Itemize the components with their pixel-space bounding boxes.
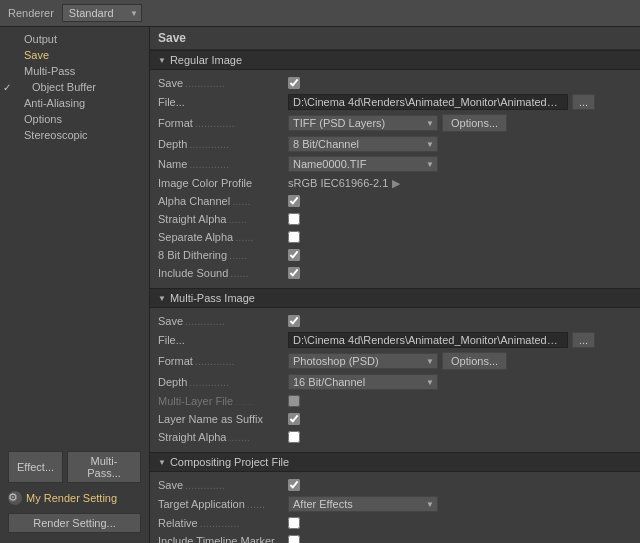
regular-image-content: Save ............. File... D:\Cinema 4	[150, 70, 640, 286]
reg-straightalpha-row: Straight Alpha ......	[150, 210, 640, 228]
comp-timeline-checkbox[interactable]	[288, 535, 300, 543]
effect-button[interactable]: Effect...	[8, 451, 63, 483]
comp-save-checkbox[interactable]	[288, 479, 300, 491]
compositing-content: Save ............. Target Application ..…	[150, 472, 640, 543]
mp-save-row: Save .............	[150, 312, 640, 330]
reg-dithering-row: 8 Bit Dithering ......	[150, 246, 640, 264]
reg-depth-label: Depth .............	[158, 138, 288, 150]
settings-link[interactable]: My Render Setting	[26, 492, 117, 504]
reg-straightalpha-label: Straight Alpha ......	[158, 213, 288, 225]
sidebar-item-options[interactable]: Options	[0, 111, 149, 127]
sidebar-item-save[interactable]: Save	[0, 47, 149, 63]
sidebar-item-multipass[interactable]: Multi-Pass	[0, 63, 149, 79]
render-setting-row: Render Setting...	[0, 509, 149, 539]
reg-file-path: D:\Cinema 4d\Renders\Animated_Monitor\An…	[288, 94, 568, 110]
multipass-image-section: Multi-Pass Image Save .............	[150, 288, 640, 450]
comp-targetapp-select-wrap[interactable]: After Effects	[288, 496, 438, 512]
settings-row: ⚙ My Render Setting	[8, 489, 141, 507]
comp-relative-label: Relative .............	[158, 517, 288, 529]
sidebar-item-save-label: Save	[24, 49, 49, 61]
reg-alpha-checkbox[interactable]	[288, 195, 300, 207]
reg-alpha-label: Alpha Channel ......	[158, 195, 288, 207]
mp-layernamesuffix-label: Layer Name as Suffix	[158, 413, 288, 425]
sidebar-item-objectbuffer-label: Object Buffer	[32, 81, 96, 93]
reg-save-label: Save .............	[158, 77, 288, 89]
sidebar-item-options-label: Options	[24, 113, 62, 125]
comp-save-label: Save .............	[158, 479, 288, 491]
mp-format-options-button[interactable]: Options...	[442, 352, 507, 370]
mp-straightalpha-checkbox[interactable]	[288, 431, 300, 443]
reg-format-label: Format .............	[158, 117, 288, 129]
comp-targetapp-select[interactable]: After Effects	[288, 496, 438, 512]
comp-targetapp-label: Target Application ......	[158, 498, 288, 510]
mp-depth-select-wrap[interactable]: 16 Bit/Channel	[288, 374, 438, 390]
reg-straightalpha-checkbox[interactable]	[288, 213, 300, 225]
mp-save-checkbox[interactable]	[288, 315, 300, 327]
reg-icp-label: Image Color Profile	[158, 177, 288, 189]
compositing-section: Compositing Project File Save ..........…	[150, 452, 640, 543]
reg-save-checkbox[interactable]	[288, 77, 300, 89]
mp-format-select[interactable]: Photoshop (PSD)	[288, 353, 438, 369]
regular-image-header[interactable]: Regular Image	[150, 50, 640, 70]
multipass-button[interactable]: Multi-Pass...	[67, 451, 141, 483]
reg-name-row: Name ............. Name0000.TIF	[150, 154, 640, 174]
compositing-title: Compositing Project File	[170, 456, 289, 468]
reg-sound-checkbox[interactable]	[288, 267, 300, 279]
top-bar: Renderer Standard	[0, 0, 640, 27]
mp-format-label: Format .............	[158, 355, 288, 367]
reg-format-options-button[interactable]: Options...	[442, 114, 507, 132]
sidebar-item-output[interactable]: Output	[0, 31, 149, 47]
reg-file-label: File...	[158, 96, 288, 108]
comp-timeline-row: Include Timeline Marker	[150, 532, 640, 543]
reg-alpha-row: Alpha Channel ......	[150, 192, 640, 210]
reg-separatealpha-row: Separate Alpha ......	[150, 228, 640, 246]
reg-icp-row: Image Color Profile sRGB IEC61966-2.1 ▶	[150, 174, 640, 192]
mp-multilayer-label: Multi-Layer File ......	[158, 395, 288, 407]
sidebar-item-output-label: Output	[24, 33, 57, 45]
compositing-header[interactable]: Compositing Project File	[150, 452, 640, 472]
renderer-select-wrap[interactable]: Standard	[62, 4, 142, 22]
mp-multilayer-row: Multi-Layer File ......	[150, 392, 640, 410]
reg-depth-select[interactable]: 8 Bit/Channel	[288, 136, 438, 152]
sidebar-item-antialiasing[interactable]: Anti-Aliasing	[0, 95, 149, 111]
reg-format-select-wrap[interactable]: TIFF (PSD Layers)	[288, 115, 438, 131]
mp-save-label: Save .............	[158, 315, 288, 327]
sidebar: Output Save Multi-Pass Object Buffer Ant…	[0, 27, 150, 543]
mp-layernamesuffix-checkbox[interactable]	[288, 413, 300, 425]
mp-format-select-wrap[interactable]: Photoshop (PSD)	[288, 353, 438, 369]
reg-separatealpha-label: Separate Alpha ......	[158, 231, 288, 243]
reg-save-row: Save .............	[150, 74, 640, 92]
reg-format-row: Format ............. TIFF (PSD Layers) O…	[150, 112, 640, 134]
mp-file-browse-button[interactable]: ...	[572, 332, 595, 348]
sidebar-item-stereoscopic[interactable]: Stereoscopic	[0, 127, 149, 143]
mp-straightalpha-label: Straight Alpha .......	[158, 431, 288, 443]
reg-icp-value: sRGB IEC61966-2.1	[288, 177, 388, 189]
sidebar-item-objectbuffer[interactable]: Object Buffer	[0, 79, 149, 95]
multipass-image-title: Multi-Pass Image	[170, 292, 255, 304]
reg-depth-select-wrap[interactable]: 8 Bit/Channel	[288, 136, 438, 152]
renderer-label: Renderer	[8, 7, 54, 19]
sidebar-item-antialiasing-label: Anti-Aliasing	[24, 97, 85, 109]
regular-image-section: Regular Image Save ............. Fi	[150, 50, 640, 286]
reg-name-select-wrap[interactable]: Name0000.TIF	[288, 156, 438, 172]
reg-dithering-checkbox[interactable]	[288, 249, 300, 261]
reg-format-select[interactable]: TIFF (PSD Layers)	[288, 115, 438, 131]
mp-depth-select[interactable]: 16 Bit/Channel	[288, 374, 438, 390]
bottom-buttons-row: Effect... Multi-Pass... ⚙ My Render Sett…	[0, 445, 149, 509]
render-setting-button[interactable]: Render Setting...	[8, 513, 141, 533]
renderer-dropdown[interactable]: Standard	[62, 4, 142, 22]
mp-format-row: Format ............. Photoshop (PSD) Opt…	[150, 350, 640, 372]
comp-relative-checkbox[interactable]	[288, 517, 300, 529]
reg-name-select[interactable]: Name0000.TIF	[288, 156, 438, 172]
mp-file-path: D:\Cinema 4d\Renders\Animated_Monitor\An…	[288, 332, 568, 348]
content-title: Save	[150, 27, 640, 50]
mp-depth-row: Depth ............. 16 Bit/Channel	[150, 372, 640, 392]
comp-targetapp-row: Target Application ...... After Effects	[150, 494, 640, 514]
multipass-image-header[interactable]: Multi-Pass Image	[150, 288, 640, 308]
reg-file-browse-button[interactable]: ...	[572, 94, 595, 110]
mp-file-label: File...	[158, 334, 288, 346]
mp-multilayer-checkbox[interactable]	[288, 395, 300, 407]
reg-separatealpha-checkbox[interactable]	[288, 231, 300, 243]
reg-icp-arrow-icon[interactable]: ▶	[392, 177, 400, 190]
mp-file-row: File... D:\Cinema 4d\Renders\Animated_Mo…	[150, 330, 640, 350]
